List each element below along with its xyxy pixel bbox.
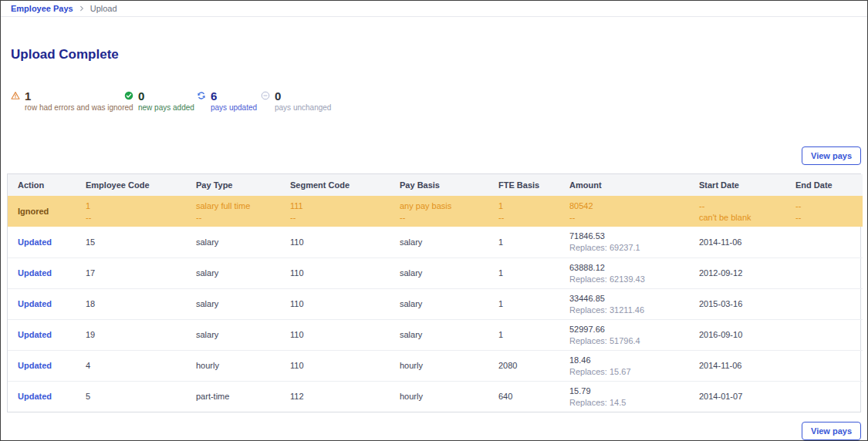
table-cell: 2014-11-06 (699, 350, 795, 381)
cell-subvalue: Replaces: 51796.4 (569, 336, 694, 345)
cell-value: 2080 (498, 361, 565, 370)
table-row: Updated17salary110salary163888.12Replace… (8, 258, 863, 288)
table-cell: 1 (498, 227, 569, 258)
cell-value: 33446.85 (569, 294, 694, 303)
table-cell: hourly (400, 350, 498, 381)
table-cell: 110 (290, 288, 400, 319)
cell-value: salary (196, 237, 285, 247)
breadcrumb-link-employee-pays[interactable]: Employee Pays (11, 4, 73, 13)
results-table: ActionEmployee CodePay TypeSegment CodeP… (8, 174, 863, 412)
cell-value: salary (400, 330, 494, 339)
stat-errors: 1 row had errors and was ignored (11, 89, 124, 113)
cell-subvalue: -- (290, 213, 395, 222)
column-header: Amount (569, 174, 699, 196)
cell-value: 1 (498, 268, 565, 278)
cell-subvalue: can't be blank (699, 213, 791, 222)
cell-value: 5 (86, 392, 191, 401)
table-cell: 15 (86, 227, 196, 258)
column-header: FTE Basis (498, 174, 569, 196)
table-cell: 5 (86, 381, 196, 412)
table-cell (795, 319, 863, 350)
table-cell: 52997.66Replaces: 51796.4 (569, 319, 699, 350)
cell-value: 52997.66 (569, 325, 694, 334)
cell-subvalue: Replaces: 15.67 (569, 367, 694, 376)
chevron-right-icon (79, 5, 85, 12)
cell-value: any pay basis (400, 201, 494, 210)
cell-value: 110 (290, 330, 395, 339)
table-cell (795, 350, 863, 381)
cell-value: 80542 (569, 201, 694, 210)
cell-value: 18 (86, 299, 191, 308)
table-cell: ---- (795, 196, 863, 227)
table-header-row: ActionEmployee CodePay TypeSegment CodeP… (8, 174, 863, 196)
cell-value: 63888.12 (569, 263, 694, 272)
cell-value: 71846.53 (569, 231, 694, 241)
updated-action-link[interactable]: Updated (18, 268, 52, 278)
table-cell: salary (196, 258, 290, 288)
table-cell: 111-- (290, 196, 400, 227)
cell-value: 1 (498, 237, 565, 247)
column-header: Employee Code (86, 174, 196, 196)
column-header: Pay Type (196, 174, 290, 196)
cell-value: 110 (290, 299, 395, 308)
column-header: Pay Basis (400, 174, 498, 196)
table-cell: 1 (498, 288, 569, 319)
cell-value: 15.79 (569, 386, 694, 396)
cell-value: 110 (290, 361, 395, 370)
cell-value: 112 (290, 392, 395, 401)
cell-value: 110 (290, 237, 395, 247)
ignored-action-label: Ignored (18, 207, 49, 216)
table-row: Updated15salary110salary171846.53Replace… (8, 227, 863, 258)
table-cell: 110 (290, 258, 400, 288)
table-cell: 1-- (498, 196, 569, 227)
cell-subvalue: Replaces: 14.5 (569, 398, 694, 407)
cell-value: -- (795, 201, 858, 210)
table-cell: 63888.12Replaces: 62139.43 (569, 258, 699, 288)
stat-unchanged-count: 0 (275, 89, 281, 103)
action-cell: Updated (8, 381, 86, 412)
stat-updated-label: pays updated (211, 103, 261, 113)
stat-added: 0 new pays added (124, 89, 197, 113)
table-cell: --can't be blank (699, 196, 795, 227)
warning-icon (11, 91, 20, 100)
refresh-icon (197, 91, 206, 100)
view-pays-button-bottom[interactable]: View pays (802, 422, 861, 440)
stat-errors-label: row had errors and was ignored (25, 103, 124, 113)
updated-action-link[interactable]: Updated (18, 361, 52, 370)
table-cell: 19 (86, 319, 196, 350)
cell-value: salary (196, 268, 285, 278)
updated-action-link[interactable]: Updated (18, 330, 52, 339)
updated-action-link[interactable]: Updated (18, 237, 52, 247)
bottom-toolbar: View pays (1, 422, 861, 440)
cell-subvalue: -- (196, 213, 285, 222)
breadcrumb-current: Upload (90, 4, 117, 13)
cell-value: 18.46 (569, 355, 694, 365)
stat-unchanged-label: pays unchanged (275, 103, 331, 113)
cell-subvalue: -- (569, 213, 694, 222)
cell-value: 1 (498, 330, 565, 339)
table-cell: salary (400, 288, 498, 319)
view-pays-button-top[interactable]: View pays (802, 146, 861, 165)
table-row: Updated19salary110salary152997.66Replace… (8, 319, 863, 350)
table-cell: 640 (498, 381, 569, 412)
cell-value: salary full time (196, 201, 285, 210)
cell-value: 1 (86, 201, 191, 210)
updated-action-link[interactable]: Updated (18, 392, 52, 401)
stat-added-label: new pays added (138, 103, 197, 113)
action-cell: Updated (8, 350, 86, 381)
cell-value: 1 (498, 299, 565, 308)
cell-value: salary (400, 237, 494, 247)
check-circle-icon (124, 91, 133, 100)
action-cell: Updated (8, 227, 86, 258)
table-cell: hourly (196, 350, 290, 381)
table-cell: salary (400, 319, 498, 350)
table-cell: 2016-09-10 (699, 319, 795, 350)
results-table-container: ActionEmployee CodePay TypeSegment CodeP… (7, 173, 861, 412)
updated-action-link[interactable]: Updated (18, 299, 52, 308)
table-cell: salary (400, 258, 498, 288)
table-cell: 1-- (86, 196, 196, 227)
cell-value: hourly (400, 392, 494, 401)
cell-value: hourly (196, 361, 285, 370)
table-cell: salary (196, 288, 290, 319)
table-cell: 2015-03-16 (699, 288, 795, 319)
